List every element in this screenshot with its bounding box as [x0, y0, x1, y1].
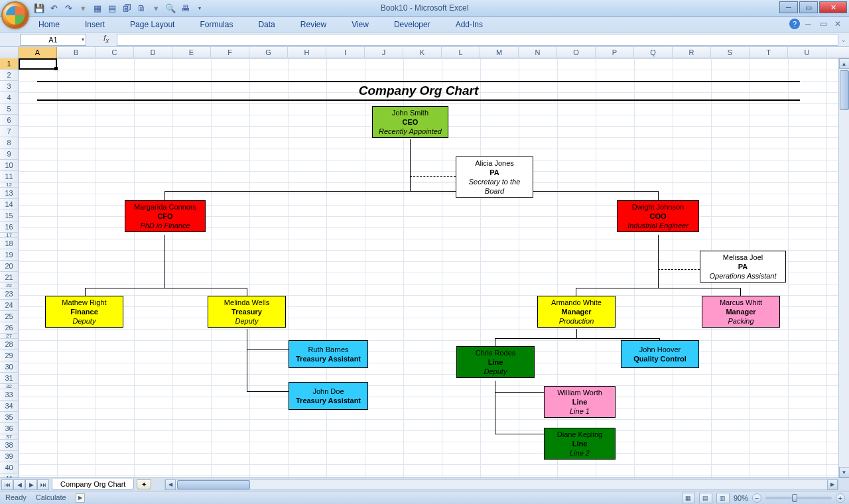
- row-header[interactable]: 20: [0, 261, 19, 272]
- last-sheet-button[interactable]: ⏭: [37, 479, 49, 490]
- row-header[interactable]: 6: [0, 115, 19, 126]
- row-header[interactable]: 10: [0, 160, 19, 171]
- row-header[interactable]: 25: [0, 311, 19, 322]
- page-break-view-button[interactable]: ▥: [716, 493, 730, 503]
- row-header[interactable]: 5: [0, 103, 19, 115]
- office-button[interactable]: [1, 1, 29, 29]
- qat-dropdown[interactable]: ▾: [194, 2, 206, 14]
- row-header[interactable]: 36: [0, 423, 19, 434]
- scroll-right-button[interactable]: ▶: [827, 479, 838, 490]
- select-all-button[interactable]: [0, 47, 19, 58]
- minimize-ribbon-icon[interactable]: ─: [805, 19, 815, 29]
- horizontal-scrollbar[interactable]: ◀ ▶: [164, 479, 838, 490]
- tab-insert[interactable]: Insert: [78, 18, 111, 32]
- restore-workbook-icon[interactable]: ▭: [820, 19, 829, 29]
- column-header[interactable]: R: [673, 47, 711, 58]
- fx-icon[interactable]: fx: [103, 34, 109, 44]
- org-node-line-1[interactable]: William WorthLineLine 1: [544, 386, 616, 418]
- expand-formula-bar-icon[interactable]: ⌄: [841, 36, 846, 43]
- help-icon[interactable]: ?: [789, 19, 800, 29]
- page-layout-view-button[interactable]: ▤: [699, 493, 712, 503]
- tab-page-layout[interactable]: Page Layout: [123, 18, 181, 32]
- zoom-handle[interactable]: [792, 494, 797, 502]
- org-node-coo[interactable]: Dwight JohnsonCOOIndustrial Engineer: [617, 200, 699, 232]
- tab-data[interactable]: Data: [251, 18, 281, 32]
- scroll-thumb[interactable]: [840, 70, 849, 110]
- hscroll-thumb[interactable]: [177, 480, 250, 489]
- org-node-line-deputy[interactable]: Chris RodesLineDeputy: [456, 346, 535, 378]
- tab-developer[interactable]: Developer: [387, 18, 437, 32]
- scroll-left-button[interactable]: ◀: [165, 479, 176, 490]
- row-header[interactable]: 17: [0, 233, 19, 238]
- tab-addins[interactable]: Add-Ins: [449, 18, 490, 32]
- column-header[interactable]: T: [750, 47, 788, 58]
- row-header[interactable]: 16: [0, 221, 19, 233]
- row-header[interactable]: 1: [0, 58, 19, 70]
- name-box[interactable]: A1 ▾: [20, 34, 86, 46]
- row-header[interactable]: 33: [0, 389, 19, 401]
- org-node-finance[interactable]: Mathew RightFinanceDeputy: [45, 296, 123, 328]
- org-node-pa-board[interactable]: Alicia JonesPASecretary to the Board: [456, 157, 533, 198]
- column-header[interactable]: K: [403, 47, 442, 58]
- org-node-treasury-assistant-2[interactable]: John DoeTreasury Assistant: [289, 382, 368, 410]
- qat-icon-2[interactable]: ▤: [106, 2, 118, 14]
- row-header[interactable]: 37: [0, 434, 19, 440]
- column-header[interactable]: P: [596, 47, 634, 58]
- column-header[interactable]: S: [711, 47, 750, 58]
- first-sheet-button[interactable]: ⏮: [1, 479, 13, 490]
- row-header[interactable]: 35: [0, 412, 19, 423]
- row-header[interactable]: 11: [0, 171, 19, 182]
- org-node-mgr-packing[interactable]: Marcus WhittManagerPacking: [702, 296, 780, 328]
- row-header[interactable]: 14: [0, 199, 19, 210]
- column-header[interactable]: D: [134, 47, 172, 58]
- normal-view-button[interactable]: ▦: [682, 493, 695, 503]
- row-header[interactable]: 30: [0, 361, 19, 373]
- sheet-tab-active[interactable]: Company Org Chart: [52, 479, 134, 490]
- row-header[interactable]: 13: [0, 188, 19, 199]
- close-workbook-icon[interactable]: ✕: [834, 19, 844, 29]
- row-header[interactable]: 34: [0, 401, 19, 412]
- redo-icon[interactable]: ↷: [62, 2, 74, 14]
- row-header[interactable]: 29: [0, 350, 19, 361]
- zoom-level[interactable]: 90%: [734, 494, 748, 502]
- org-node-line-2[interactable]: Diane KeplingLineLine 2: [544, 428, 616, 460]
- column-header[interactable]: E: [172, 47, 211, 58]
- print-preview-icon[interactable]: 🔍: [164, 2, 176, 14]
- formula-input[interactable]: [117, 34, 838, 46]
- worksheet-area[interactable]: 1234567891011121314151617181920212223242…: [0, 58, 838, 477]
- column-header[interactable]: Q: [634, 47, 673, 58]
- column-header[interactable]: G: [249, 47, 288, 58]
- row-header[interactable]: 24: [0, 300, 19, 311]
- column-header[interactable]: N: [519, 47, 557, 58]
- row-header[interactable]: 40: [0, 462, 19, 473]
- row-header[interactable]: 22: [0, 283, 19, 288]
- row-header[interactable]: 27: [0, 334, 19, 339]
- org-node-mgr-production[interactable]: Armando WhiteManagerProduction: [537, 296, 616, 328]
- tab-review[interactable]: Review: [294, 18, 333, 32]
- org-node-quality-control[interactable]: John HooverQuality Control: [621, 340, 699, 368]
- qat-icon-3[interactable]: 🗐: [121, 2, 133, 14]
- row-header[interactable]: 19: [0, 249, 19, 261]
- maximize-button[interactable]: ▭: [799, 1, 818, 13]
- org-node-treasury[interactable]: Melinda WellsTreasuryDeputy: [208, 296, 286, 328]
- row-header[interactable]: 15: [0, 210, 19, 221]
- prev-sheet-button[interactable]: ◀: [13, 479, 25, 490]
- row-header[interactable]: 9: [0, 149, 19, 160]
- row-header[interactable]: 21: [0, 272, 19, 283]
- row-header[interactable]: 3: [0, 81, 19, 92]
- row-header[interactable]: 2: [0, 70, 19, 81]
- column-header[interactable]: I: [326, 47, 365, 58]
- qat-icon-1[interactable]: ▦: [92, 2, 103, 14]
- row-header[interactable]: 23: [0, 288, 19, 300]
- undo-icon[interactable]: ↶: [48, 2, 60, 14]
- save-icon[interactable]: 💾: [33, 2, 45, 14]
- scroll-down-button[interactable]: ▼: [839, 467, 850, 477]
- new-sheet-button[interactable]: ✦: [137, 479, 151, 489]
- minimize-button[interactable]: ─: [779, 1, 798, 13]
- zoom-out-button[interactable]: −: [752, 493, 761, 503]
- tab-home[interactable]: Home: [32, 18, 66, 32]
- row-header[interactable]: 12: [0, 182, 19, 188]
- row-header[interactable]: 18: [0, 238, 19, 249]
- close-button[interactable]: ✕: [819, 1, 847, 13]
- column-header[interactable]: B: [57, 47, 96, 58]
